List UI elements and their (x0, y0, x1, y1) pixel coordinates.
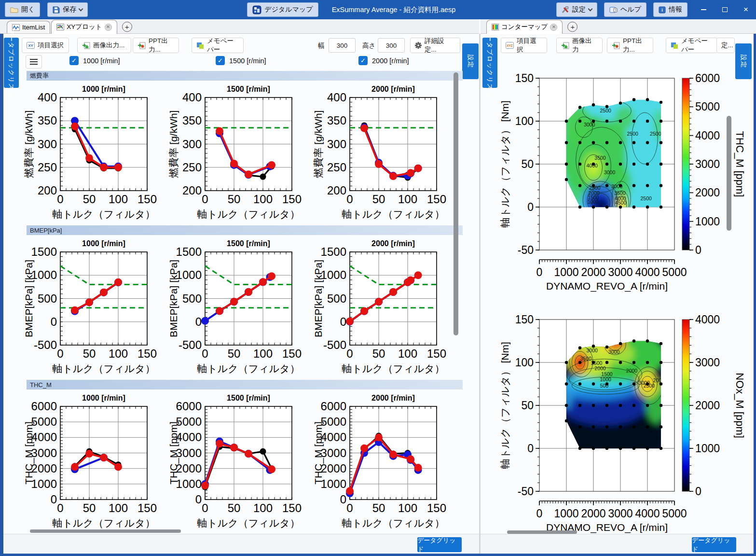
svg-text:100: 100 (109, 501, 128, 514)
svg-text:1000 [r/min]: 1000 [r/min] (82, 85, 125, 93)
svg-text:150: 150 (515, 72, 534, 84)
help-button[interactable]: ? ヘルプ (604, 2, 646, 17)
digital-map-icon (252, 5, 261, 14)
digital-map-button[interactable]: デジタルマップ (247, 2, 318, 17)
svg-text:4000: 4000 (695, 313, 720, 326)
svg-text:150: 150 (282, 193, 302, 206)
xy-chart-2-2: 2000 [r/min]0501001500100020003000400050… (311, 390, 456, 530)
folder-icon (10, 6, 18, 13)
svg-text:150: 150 (137, 347, 157, 360)
settings-side-tab[interactable]: 設定 (462, 43, 479, 79)
tab-xyplot[interactable]: XYプロット ✕ (51, 20, 117, 34)
horizontal-scrollbar[interactable] (507, 530, 577, 534)
add-tab-button[interactable]: + (567, 22, 577, 32)
open-button[interactable]: 開く (5, 2, 40, 17)
ppt-export-button[interactable]: PPT出力... (133, 38, 179, 53)
tab-itemlist-label: ItemList (22, 24, 45, 31)
checkbox-2000[interactable]: ✓ 2000 [r/min] (358, 56, 409, 65)
vertical-scrollbar[interactable] (454, 72, 458, 335)
svg-text:THC_M [ppm]: THC_M [ppm] (313, 421, 324, 485)
svg-text:3000: 3000 (31, 446, 57, 459)
memo-paper-button[interactable]: メモペーパー (666, 38, 718, 53)
section-header-1: BMEP[kPa] (27, 225, 463, 235)
info-label: 情報 (669, 5, 682, 14)
template-button[interactable]: 定... (716, 38, 735, 53)
svg-text:2000: 2000 (176, 462, 202, 475)
tab-contourmap[interactable]: コンターマップ ✕ (486, 20, 563, 34)
svg-text:100: 100 (109, 347, 128, 360)
height-input[interactable] (378, 38, 405, 53)
contour-map-0: 2500300025002500350040003000300025002000… (497, 71, 754, 296)
svg-text:0: 0 (346, 193, 353, 206)
svg-text:2000 [r/min]: 2000 [r/min] (371, 394, 415, 402)
tab-close-icon[interactable]: ✕ (105, 24, 112, 31)
ppt-export-icon (137, 42, 146, 49)
svg-text:50: 50 (521, 399, 534, 412)
checkbox-1000[interactable]: ✓ 1000 [r/min] (69, 56, 120, 65)
svg-text:-50: -50 (518, 244, 534, 256)
minimize-button[interactable] (696, 3, 711, 16)
image-export-button[interactable]: 画像出力... (77, 38, 131, 53)
detail-settings-button[interactable]: 詳細設定... (410, 38, 460, 53)
svg-text:0: 0 (695, 244, 701, 256)
svg-text:500: 500 (182, 292, 202, 305)
window-title: ExSummary Average - 紹介資料用.aesp (332, 5, 456, 14)
data-grid-button[interactable]: データグリッド (417, 537, 462, 552)
chevron-down-icon (588, 6, 593, 11)
svg-text:1500 [r/min]: 1500 [r/min] (227, 239, 270, 248)
add-tab-button[interactable]: + (122, 22, 132, 32)
svg-text:1500 [r/min]: 1500 [r/min] (227, 85, 270, 93)
data-block-list-tab[interactable]: データブロックリスト (482, 38, 497, 88)
svg-text:400: 400 (327, 91, 346, 104)
svg-text:100: 100 (515, 115, 534, 127)
svg-text:THC_M [ppm]: THC_M [ppm] (734, 131, 746, 197)
svg-text:2000: 2000 (695, 399, 720, 412)
chevron-down-icon (79, 6, 83, 11)
svg-text:2500: 2500 (644, 383, 655, 389)
close-button[interactable]: × (739, 3, 753, 16)
xy-plot-panel: データブロックリスト 設定 XY 項目選択 画像出力... (0, 34, 479, 554)
svg-text:4000: 4000 (321, 431, 346, 444)
svg-text:2000: 2000 (31, 462, 57, 475)
window-bottom-border (0, 554, 756, 556)
contour-map-1: 3000300035002500200015001000500200030002… (497, 313, 754, 538)
svg-text:1500: 1500 (31, 245, 57, 258)
svg-text:150: 150 (282, 347, 302, 360)
svg-text:0: 0 (57, 501, 63, 514)
svg-text:100: 100 (398, 347, 417, 360)
tools-icon (562, 6, 569, 14)
ppt-export-button[interactable]: PPT出力... (607, 38, 653, 53)
checkbox-1500[interactable]: ✓ 1500 [r/min] (216, 56, 266, 65)
section-header-0: 燃費率 (27, 71, 463, 81)
svg-text:0: 0 (695, 485, 701, 498)
info-icon: i (659, 6, 666, 14)
svg-text:1500 [r/min]: 1500 [r/min] (227, 394, 270, 402)
svg-text:0: 0 (51, 493, 57, 506)
width-input[interactable] (329, 38, 356, 53)
item-select-button[interactable]: XYZ 項目選択 (501, 38, 547, 53)
save-button[interactable]: 保存 (47, 2, 88, 17)
info-button[interactable]: i 情報 (653, 2, 687, 17)
svg-text:0: 0 (195, 493, 202, 506)
tab-close-icon[interactable]: ✕ (550, 24, 557, 31)
svg-text:3000: 3000 (176, 446, 202, 459)
svg-text:150: 150 (427, 193, 446, 206)
item-select-button[interactable]: XY 項目選択 (22, 38, 69, 53)
horizontal-scrollbar[interactable] (30, 529, 181, 533)
checkbox-checked-icon: ✓ (358, 56, 368, 65)
svg-text:300: 300 (182, 138, 202, 151)
svg-text:6000: 6000 (31, 400, 57, 413)
svg-text:DYNAMO_REVO_A [r/min]: DYNAMO_REVO_A [r/min] (546, 280, 668, 292)
xy-items-icon: XY (27, 42, 35, 49)
maximize-button[interactable] (717, 3, 732, 16)
settings-button[interactable]: 設定 (556, 2, 597, 17)
image-export-button[interactable]: 画像出力 (556, 38, 603, 53)
svg-text:0: 0 (527, 201, 534, 213)
menu-button[interactable] (26, 55, 42, 69)
svg-text:2000: 2000 (594, 365, 606, 371)
data-block-list-tab[interactable]: データブロックリスト (4, 38, 19, 88)
vertical-scrollbar[interactable] (727, 116, 731, 231)
data-grid-button[interactable]: データグリッド (692, 537, 736, 552)
memo-paper-button[interactable]: メモペーパー (192, 38, 244, 53)
svg-text:0: 0 (346, 347, 353, 360)
